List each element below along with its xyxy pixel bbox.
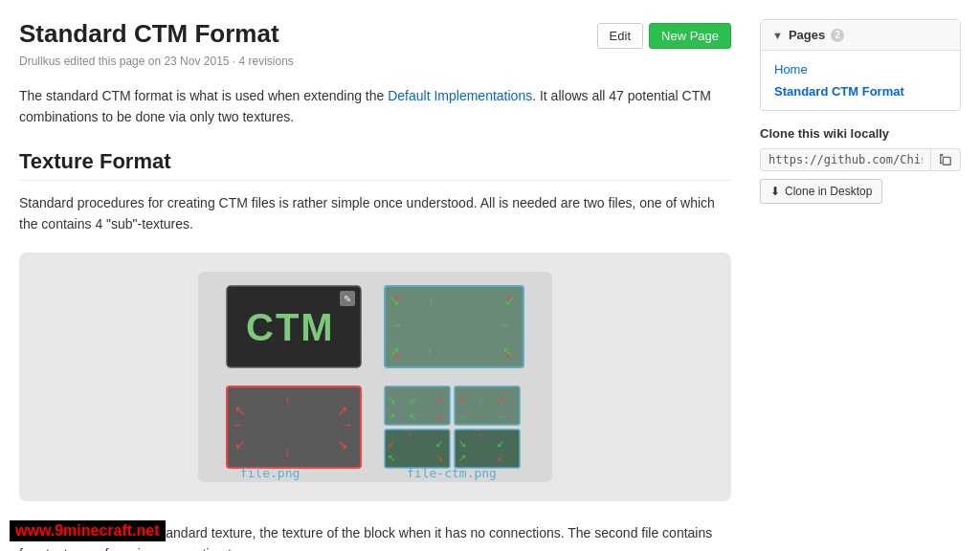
svg-text:↓: ↓ — [428, 294, 434, 308]
svg-text:↙: ↙ — [388, 438, 395, 449]
svg-text:↑: ↑ — [407, 430, 412, 441]
svg-text:↖: ↖ — [458, 395, 466, 406]
svg-text:↘: ↘ — [502, 348, 511, 360]
intro-text-before: The standard CTM format is what is used … — [19, 88, 388, 103]
svg-text:↓: ↓ — [284, 444, 291, 459]
sidebar-pages-label: Pages — [789, 28, 825, 42]
svg-text:↖: ↖ — [388, 452, 395, 463]
sidebar-pages-header: ▼ Pages 2 — [761, 20, 960, 51]
header-buttons: Edit New Page — [597, 19, 731, 49]
svg-text:↑: ↑ — [284, 393, 291, 408]
svg-text:↙: ↙ — [435, 438, 443, 449]
copy-icon — [939, 153, 952, 166]
svg-text:↘: ↘ — [435, 452, 443, 463]
svg-text:↖: ↖ — [409, 411, 416, 422]
texture-format-description: Standard procedures for creating CTM fil… — [19, 192, 731, 235]
page-meta: Drullkus edited this page on 23 Nov 2015… — [19, 55, 731, 68]
svg-text:✎: ✎ — [344, 294, 351, 304]
file-label: file.png — [240, 466, 301, 480]
svg-text:→: → — [340, 417, 353, 432]
svg-text:↑: ↑ — [478, 430, 482, 441]
svg-text:↘: ↘ — [458, 438, 466, 449]
svg-text:↙: ↙ — [497, 452, 504, 463]
sidebar-pages-box: ▼ Pages 2 Home Standard CTM Format — [760, 19, 961, 111]
pages-help-icon[interactable]: 2 — [831, 29, 844, 42]
svg-text:CTM: CTM — [246, 306, 335, 348]
clone-desktop-label: Clone in Desktop — [785, 185, 872, 198]
sidebar-clone-box: Clone this wiki locally ⬇ Clone in Deskt… — [760, 126, 961, 204]
edit-button[interactable]: Edit — [597, 23, 643, 49]
svg-text:↓: ↓ — [478, 395, 482, 406]
page-title: Standard CTM Format — [19, 19, 279, 49]
clone-url-input[interactable] — [760, 148, 931, 171]
svg-text:←: ← — [500, 318, 512, 332]
sidebar-pages-links: Home Standard CTM Format — [761, 51, 960, 110]
svg-text:↗: ↗ — [337, 403, 348, 418]
download-icon: ⬇ — [770, 185, 780, 198]
clone-desktop-button[interactable]: ⬇ Clone in Desktop — [760, 179, 882, 204]
pages-toggle-icon[interactable]: ▼ — [772, 30, 783, 41]
svg-text:↗: ↗ — [388, 411, 395, 422]
ctm-diagram-container: CTM ✎ ↘ ↓ ↙ → ← ↗ ↑ ↖ ↖ ↗ ↙ ↘ — [19, 253, 731, 501]
svg-text:↘: ↘ — [337, 436, 348, 452]
sidebar-clone-title: Clone this wiki locally — [760, 126, 961, 141]
svg-text:↑: ↑ — [426, 344, 433, 359]
svg-text:↖: ↖ — [234, 403, 246, 418]
sidebar-nav-home[interactable]: Home — [761, 58, 960, 80]
svg-text:↙: ↙ — [234, 436, 246, 452]
watermark: www.9minecraft.net — [10, 520, 166, 541]
svg-text:→: → — [458, 411, 468, 422]
page-header: Standard CTM Format Edit New Page — [19, 19, 731, 49]
svg-text:↙: ↙ — [394, 348, 403, 360]
svg-text:↘: ↘ — [388, 395, 395, 406]
main-content: Standard CTM Format Edit New Page Drullk… — [19, 19, 760, 551]
svg-text:←: ← — [232, 417, 245, 432]
clone-url-row — [760, 148, 961, 171]
svg-text:↙: ↙ — [497, 438, 504, 449]
svg-text:↗: ↗ — [497, 395, 504, 406]
sidebar-nav-ctm[interactable]: Standard CTM Format — [761, 80, 960, 102]
intro-paragraph: The standard CTM format is what is used … — [19, 85, 731, 128]
svg-text:↘: ↘ — [435, 411, 443, 422]
default-implementations-link[interactable]: Default Implementations — [388, 88, 532, 103]
svg-text:↖: ↖ — [394, 293, 403, 304]
file-ctm-label: file-ctm.png — [407, 466, 497, 480]
svg-text:←: ← — [497, 411, 506, 422]
texture-format-heading: Texture Format — [19, 149, 731, 181]
svg-text:↗: ↗ — [435, 395, 443, 406]
svg-text:↗: ↗ — [458, 452, 466, 463]
new-page-button[interactable]: New Page — [649, 23, 731, 49]
svg-text:↙: ↙ — [409, 395, 416, 406]
sidebar: ▼ Pages 2 Home Standard CTM Format Clone… — [760, 19, 961, 551]
svg-text:↗: ↗ — [502, 293, 511, 304]
ctm-diagram-svg: CTM ✎ ↘ ↓ ↙ → ← ↗ ↑ ↖ ↖ ↗ ↙ ↘ — [198, 272, 552, 482]
svg-text:→: → — [390, 318, 402, 332]
svg-rect-52 — [943, 157, 950, 165]
clone-copy-button[interactable] — [931, 148, 961, 171]
